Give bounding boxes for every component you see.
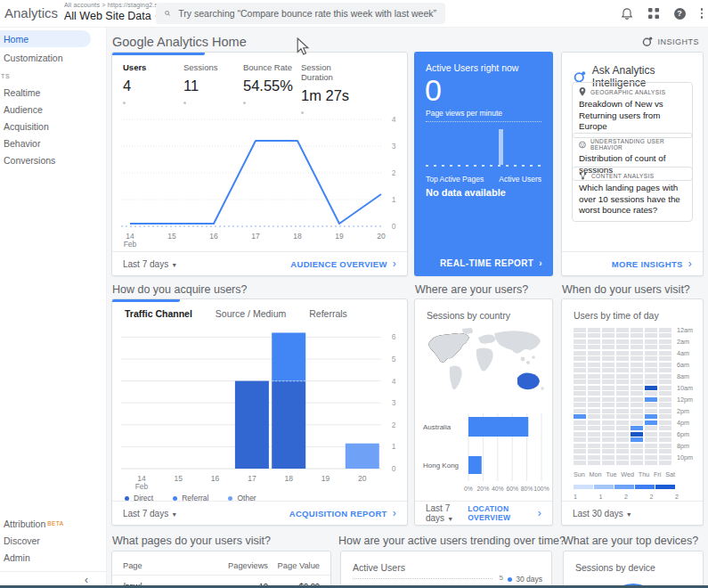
heatmap-cell <box>631 333 643 338</box>
sidebar-item-audience[interactable]: Audience <box>0 101 106 118</box>
heatmap-cell <box>631 432 643 437</box>
heatmap-cell <box>616 380 629 384</box>
heatmap-cell <box>574 432 586 437</box>
traffic-channel-bar-chart: 012345614Feb151617181920 <box>112 331 407 495</box>
heatmap-cell <box>602 363 614 367</box>
location-question: Where are your users? <box>415 283 528 296</box>
heatmap-cell <box>659 449 671 453</box>
heatmap-cell <box>602 328 614 332</box>
heatmap-cell <box>631 351 643 355</box>
chevron-down-icon: ▼ <box>171 262 177 268</box>
audience-overview-link[interactable]: AUDIENCE OVERVIEW› <box>290 257 396 270</box>
more-insights-link[interactable]: MORE INSIGHTS› <box>612 257 692 270</box>
sidebar-item-attribution[interactable]: AttributionBETA <box>0 515 106 532</box>
heatmap-cell <box>602 397 614 402</box>
heatmap-cell <box>645 455 657 460</box>
heatmap-cell <box>659 386 671 390</box>
heatmap-cell <box>645 449 657 453</box>
sidebar-item-acquisition[interactable]: Acquisition <box>0 118 106 135</box>
heatmap-cell <box>574 345 586 349</box>
heatmap-cell <box>645 426 657 430</box>
apps-grid-icon[interactable] <box>648 8 659 19</box>
tab-source-medium[interactable]: Source / Medium <box>216 308 286 319</box>
heatmap-cell <box>631 437 643 442</box>
sidebar-item-admin[interactable]: Admin <box>0 549 106 566</box>
svg-text:18: 18 <box>284 474 293 483</box>
notifications-bell-icon[interactable] <box>621 7 633 20</box>
heatmap-cell <box>588 426 600 430</box>
sessions-by-device-label: Sessions by device <box>575 562 655 573</box>
heatmap-cell <box>631 368 643 372</box>
heatmap-cell <box>602 333 614 338</box>
svg-text:6: 6 <box>392 332 396 341</box>
heatmap-cell <box>616 391 629 396</box>
heatmap-cell <box>574 363 586 367</box>
heatmap-cell <box>602 351 614 355</box>
no-data-label: No data available <box>426 187 506 198</box>
tab-traffic-channel[interactable]: Traffic Channel <box>125 308 192 319</box>
pageviews-per-minute-label: Page views per minute <box>426 109 502 118</box>
devices-question: What are your top devices? <box>563 535 698 547</box>
suggestion-geographic-analysis[interactable]: GEOGRAPHIC ANALYSIS Breakdown of New vs … <box>572 82 693 138</box>
heatmap-cell <box>659 397 671 402</box>
time-of-day-heatmap <box>574 328 671 467</box>
heatmap-cell <box>616 345 629 349</box>
heatmap-cell <box>574 461 586 465</box>
date-range-select[interactable]: Last 7 days▼ <box>426 503 468 523</box>
acquisition-report-link[interactable]: ACQUISITION REPORT› <box>289 507 396 519</box>
heatmap-legend <box>574 485 675 489</box>
help-icon[interactable]: ? <box>674 8 686 20</box>
more-menu-icon[interactable] <box>701 8 704 19</box>
svg-text:Feb: Feb <box>124 240 137 249</box>
svg-text:2: 2 <box>392 168 396 177</box>
heatmap-cell <box>602 437 614 442</box>
insights-button[interactable]: INSIGHTS <box>642 37 699 47</box>
sidebar-item-discover[interactable]: Discover <box>0 532 106 549</box>
realtime-report-link[interactable]: REAL-TIME REPORT› <box>440 258 542 268</box>
svg-text:19: 19 <box>335 232 344 241</box>
chevron-right-icon: › <box>688 257 692 270</box>
sidebar-item-realtime[interactable]: Realtime <box>0 84 106 101</box>
heatmap-cell <box>659 403 671 407</box>
analytics-logo[interactable]: Analytics <box>4 5 58 20</box>
heatmap-cell <box>574 449 586 453</box>
heatmap-cell <box>602 421 614 425</box>
sidebar-item-home[interactable]: Home <box>0 30 91 47</box>
heatmap-cell <box>645 374 657 379</box>
trending-legend: 30 days <box>508 575 542 584</box>
heatmap-cell <box>616 444 629 448</box>
date-range-select[interactable]: Last 30 days▼ <box>573 509 632 519</box>
location-overview-link[interactable]: LOCATION OVERVIEW› <box>468 504 541 522</box>
search-input[interactable]: Try searching “Compare bounce rate this … <box>156 3 445 24</box>
svg-text:100%: 100% <box>533 486 549 492</box>
heatmap-cell <box>602 449 614 453</box>
sidebar-item-customization[interactable]: Customization <box>0 49 106 66</box>
date-range-select[interactable]: Last 7 days▼ <box>123 509 177 519</box>
date-range-select[interactable]: Last 7 days▼ <box>123 259 177 269</box>
suggestion-content-analysis[interactable]: CONTENT ANALYSIS Which landing pages wit… <box>572 167 693 222</box>
heatmap-cell <box>574 409 586 413</box>
heatmap-cell <box>602 455 614 460</box>
pages-table-header: Page Pageviews Page Value <box>112 551 330 576</box>
svg-text:2: 2 <box>392 421 396 429</box>
heatmap-cell <box>574 374 586 379</box>
location-card: Sessions by country 0%20%40%60%80%100%Au… <box>414 298 553 526</box>
heatmap-cell <box>631 386 643 390</box>
heatmap-cell <box>588 363 600 367</box>
users-by-time-label: Users by time of day <box>574 310 659 321</box>
sessions-by-country-chart: 0%20%40%60%80%100%AustraliaHong Kong <box>419 412 552 497</box>
heatmap-cell <box>631 409 643 413</box>
property-name: All Web Site Data <box>64 10 151 22</box>
heatmap-cell <box>574 333 586 338</box>
sidebar-item-conversions[interactable]: Conversions <box>0 151 106 168</box>
heatmap-cell <box>616 374 629 379</box>
heatmap-cell <box>645 432 657 437</box>
left-nav: Home Customization TS Realtime Audience … <box>0 27 107 588</box>
heatmap-cell <box>645 397 657 402</box>
heatmap-cell <box>631 449 643 453</box>
sidebar-item-behavior[interactable]: Behavior <box>0 135 106 151</box>
tab-referrals[interactable]: Referrals <box>309 308 347 319</box>
heatmap-cell <box>631 345 643 349</box>
heatmap-cell <box>631 363 643 367</box>
heatmap-day-labels: SunMonTueWedThuFriSat <box>574 470 675 478</box>
